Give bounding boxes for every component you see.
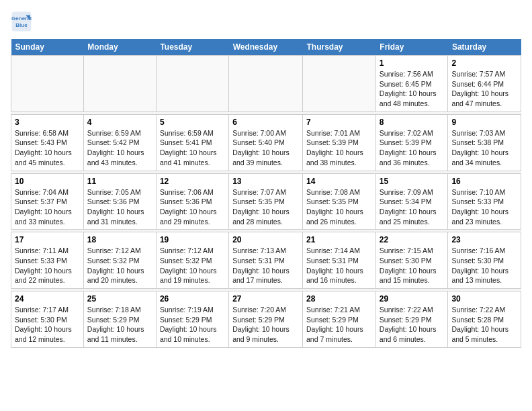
day-info: Sunrise: 7:02 AM Sunset: 5:39 PM Dayligh… [380,128,445,168]
day-info: Sunrise: 6:58 AM Sunset: 5:43 PM Dayligh… [15,128,80,168]
calendar-cell: 9Sunrise: 7:03 AM Sunset: 5:38 PM Daylig… [448,114,521,171]
day-info: Sunrise: 7:04 AM Sunset: 5:37 PM Dayligh… [15,187,80,227]
day-number: 7 [306,118,372,127]
day-info: Sunrise: 6:59 AM Sunset: 5:42 PM Dayligh… [87,128,152,168]
day-number: 2 [451,58,517,68]
day-number: 3 [15,118,80,127]
calendar-cell: 11Sunrise: 7:05 AM Sunset: 5:36 PM Dayli… [83,173,156,230]
calendar-cell: 14Sunrise: 7:08 AM Sunset: 5:35 PM Dayli… [303,173,376,230]
col-header-saturday: Saturday [448,39,521,56]
calendar-week-row: 3Sunrise: 6:58 AM Sunset: 5:43 PM Daylig… [11,114,521,171]
calendar-cell: 1Sunrise: 7:56 AM Sunset: 6:45 PM Daylig… [375,56,448,112]
day-info: Sunrise: 7:17 AM Sunset: 5:30 PM Dayligh… [15,305,80,345]
day-number: 14 [306,177,372,186]
day-info: Sunrise: 7:22 AM Sunset: 5:28 PM Dayligh… [451,305,517,345]
col-header-monday: Monday [83,39,156,56]
day-info: Sunrise: 7:20 AM Sunset: 5:29 PM Dayligh… [232,305,299,345]
day-info: Sunrise: 7:18 AM Sunset: 5:29 PM Dayligh… [87,305,152,345]
logo-icon: General Blue [11,11,32,32]
day-info: Sunrise: 6:59 AM Sunset: 5:41 PM Dayligh… [160,128,225,168]
day-info: Sunrise: 7:19 AM Sunset: 5:29 PM Dayligh… [160,305,225,345]
calendar-cell: 23Sunrise: 7:16 AM Sunset: 5:30 PM Dayli… [448,232,521,289]
day-info: Sunrise: 7:16 AM Sunset: 5:30 PM Dayligh… [451,246,517,285]
day-number: 15 [380,177,445,186]
day-number: 9 [451,118,517,127]
day-info: Sunrise: 7:22 AM Sunset: 5:29 PM Dayligh… [380,305,445,345]
day-info: Sunrise: 7:11 AM Sunset: 5:33 PM Dayligh… [15,246,80,285]
calendar-cell: 18Sunrise: 7:12 AM Sunset: 5:32 PM Dayli… [83,232,156,289]
day-number: 29 [380,294,445,304]
calendar-cell: 17Sunrise: 7:11 AM Sunset: 5:33 PM Dayli… [11,232,84,289]
day-info: Sunrise: 7:07 AM Sunset: 5:35 PM Dayligh… [232,187,299,227]
day-number: 26 [160,294,225,304]
day-info: Sunrise: 7:21 AM Sunset: 5:29 PM Dayligh… [306,305,372,345]
day-info: Sunrise: 7:14 AM Sunset: 5:31 PM Dayligh… [306,246,372,285]
calendar-cell: 12Sunrise: 7:06 AM Sunset: 5:36 PM Dayli… [156,173,228,230]
day-info: Sunrise: 7:03 AM Sunset: 5:38 PM Dayligh… [451,128,517,168]
day-number: 18 [87,235,152,244]
day-info: Sunrise: 7:01 AM Sunset: 5:39 PM Dayligh… [306,128,372,168]
day-number: 10 [15,177,80,186]
day-number: 13 [232,177,299,186]
calendar-table: SundayMondayTuesdayWednesdayThursdayFrid… [11,39,521,348]
col-header-wednesday: Wednesday [229,39,303,56]
calendar-week-row: 17Sunrise: 7:11 AM Sunset: 5:33 PM Dayli… [11,232,521,289]
calendar-cell [156,56,228,112]
day-number: 28 [306,294,372,304]
calendar-cell: 26Sunrise: 7:19 AM Sunset: 5:29 PM Dayli… [156,291,228,348]
col-header-thursday: Thursday [303,39,376,56]
calendar-cell: 24Sunrise: 7:17 AM Sunset: 5:30 PM Dayli… [11,291,84,348]
day-number: 8 [380,118,445,127]
calendar-header-row: SundayMondayTuesdayWednesdayThursdayFrid… [11,39,521,56]
day-number: 23 [451,235,517,244]
calendar-cell: 3Sunrise: 6:58 AM Sunset: 5:43 PM Daylig… [11,114,84,171]
calendar-cell: 7Sunrise: 7:01 AM Sunset: 5:39 PM Daylig… [303,114,376,171]
calendar-cell: 16Sunrise: 7:10 AM Sunset: 5:33 PM Dayli… [448,173,521,230]
day-info: Sunrise: 7:15 AM Sunset: 5:30 PM Dayligh… [380,246,445,285]
day-number: 21 [306,235,372,244]
day-info: Sunrise: 7:05 AM Sunset: 5:36 PM Dayligh… [87,187,152,227]
col-header-sunday: Sunday [11,39,84,56]
calendar-cell: 28Sunrise: 7:21 AM Sunset: 5:29 PM Dayli… [303,291,376,348]
calendar-cell [11,56,84,112]
day-number: 22 [380,235,445,244]
day-info: Sunrise: 7:08 AM Sunset: 5:35 PM Dayligh… [306,187,372,227]
calendar-cell: 10Sunrise: 7:04 AM Sunset: 5:37 PM Dayli… [11,173,84,230]
day-number: 11 [87,177,152,186]
calendar-cell [83,56,156,112]
day-number: 12 [160,177,225,186]
day-number: 19 [160,235,225,244]
calendar-cell: 27Sunrise: 7:20 AM Sunset: 5:29 PM Dayli… [229,291,303,348]
calendar-week-row: 10Sunrise: 7:04 AM Sunset: 5:37 PM Dayli… [11,173,521,230]
page-header: General Blue [11,11,521,32]
day-info: Sunrise: 7:06 AM Sunset: 5:36 PM Dayligh… [160,187,225,227]
calendar-cell [229,56,303,112]
calendar-cell: 22Sunrise: 7:15 AM Sunset: 5:30 PM Dayli… [375,232,448,289]
col-header-friday: Friday [375,39,448,56]
day-number: 4 [87,118,152,127]
svg-text:Blue: Blue [15,22,28,28]
calendar-cell: 6Sunrise: 7:00 AM Sunset: 5:40 PM Daylig… [229,114,303,171]
day-number: 24 [15,294,80,304]
day-number: 5 [160,118,225,127]
day-info: Sunrise: 7:13 AM Sunset: 5:31 PM Dayligh… [232,246,299,285]
day-info: Sunrise: 7:12 AM Sunset: 5:32 PM Dayligh… [87,246,152,285]
day-number: 25 [87,294,152,304]
calendar-week-row: 24Sunrise: 7:17 AM Sunset: 5:30 PM Dayli… [11,291,521,348]
calendar-cell: 20Sunrise: 7:13 AM Sunset: 5:31 PM Dayli… [229,232,303,289]
day-number: 1 [380,58,445,68]
calendar-cell: 5Sunrise: 6:59 AM Sunset: 5:41 PM Daylig… [156,114,228,171]
day-number: 17 [15,235,80,244]
day-number: 16 [451,177,517,186]
logo: General Blue [11,11,35,32]
day-info: Sunrise: 7:12 AM Sunset: 5:32 PM Dayligh… [160,246,225,285]
col-header-tuesday: Tuesday [156,39,228,56]
calendar-cell: 8Sunrise: 7:02 AM Sunset: 5:39 PM Daylig… [375,114,448,171]
calendar-cell: 19Sunrise: 7:12 AM Sunset: 5:32 PM Dayli… [156,232,228,289]
day-info: Sunrise: 7:00 AM Sunset: 5:40 PM Dayligh… [232,128,299,168]
day-number: 6 [232,118,299,127]
calendar-cell [303,56,376,112]
calendar-cell: 2Sunrise: 7:57 AM Sunset: 6:44 PM Daylig… [448,56,521,112]
calendar-cell: 25Sunrise: 7:18 AM Sunset: 5:29 PM Dayli… [83,291,156,348]
calendar-cell: 4Sunrise: 6:59 AM Sunset: 5:42 PM Daylig… [83,114,156,171]
